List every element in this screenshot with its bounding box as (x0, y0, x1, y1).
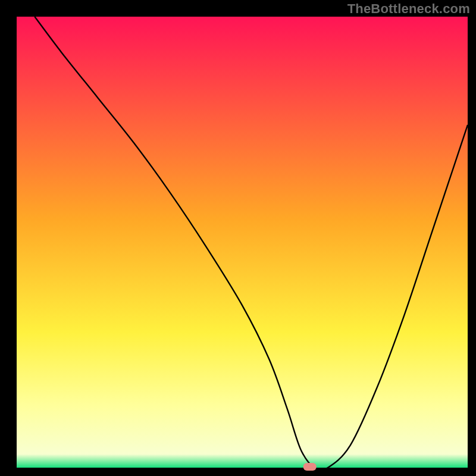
chart-background (17, 17, 468, 468)
bottleneck-chart (0, 0, 476, 476)
target-marker (303, 463, 317, 471)
watermark-label: TheBottleneck.com (347, 1, 470, 17)
